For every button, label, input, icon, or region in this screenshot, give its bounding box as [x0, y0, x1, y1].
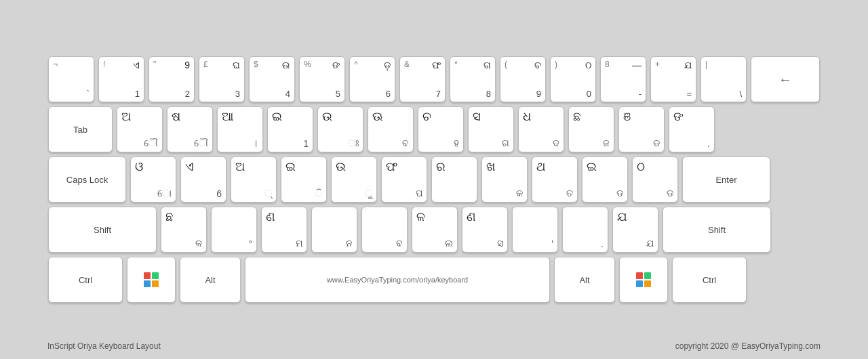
windows-logo-left — [144, 272, 159, 287]
key-quote[interactable]: ଠ ଡ — [632, 156, 678, 203]
key-4[interactable]: $ଉ 4 — [249, 56, 295, 102]
key-semicolon[interactable]: ଇ ଡ — [582, 156, 628, 203]
enter-label: Enter — [715, 175, 736, 185]
keyboard-title: InScript Oriya Keyboard Layout — [47, 341, 161, 351]
key-tab[interactable]: Tab — [48, 106, 113, 152]
key-c[interactable]: ଣ ମ — [261, 207, 307, 253]
key-backspace[interactable]: ← — [751, 56, 820, 102]
key-n[interactable]: ଳ ଲ — [412, 207, 458, 253]
key-p[interactable]: ଛ ଜ — [568, 106, 614, 152]
alt-left-label: Alt — [205, 275, 215, 285]
key-z[interactable]: ଛ ଳ — [161, 207, 207, 253]
key-f[interactable]: ଇ ି — [281, 156, 327, 203]
key-5[interactable]: %ଙ 5 — [299, 56, 345, 102]
key-u[interactable]: ଚ ହ — [418, 106, 464, 152]
key-equals[interactable]: +ଯ = — [650, 56, 696, 102]
row-shift: Shift ଛ ଳ ° ଣ ମ ନ — [48, 207, 820, 253]
ctrl-left-label: Ctrl — [79, 275, 92, 285]
key-backslash[interactable]: | \ — [701, 56, 747, 102]
key-2[interactable]: "9 2 — [149, 56, 195, 102]
row-asdf: Caps Lock ଓ ୋ ଏ 6 ଅ ୍ ଇ ି — [48, 156, 820, 203]
key-y[interactable]: ଊ ବ — [368, 106, 414, 152]
key-s[interactable]: ଏ 6 — [180, 156, 226, 203]
tab-label: Tab — [73, 125, 87, 135]
key-bracket-right[interactable]: ଙ . — [669, 106, 715, 152]
key-6[interactable]: ^ଡ଼ 6 — [349, 56, 395, 102]
key-b[interactable]: ବ — [361, 207, 408, 253]
key-ctrl-left[interactable]: Ctrl — [48, 257, 123, 303]
caps-lock-label: Caps Lock — [66, 175, 108, 185]
ctrl-right-label: Ctrl — [703, 275, 716, 285]
key-alt-right[interactable]: Alt — [554, 257, 615, 303]
key-ctrl-right[interactable]: Ctrl — [672, 257, 747, 303]
key-g[interactable]: ଉ ୁ — [331, 156, 377, 203]
key-w[interactable]: ଷ ୌ — [167, 106, 213, 152]
key-3[interactable]: £ଘ 3 — [199, 56, 245, 102]
key-period[interactable]: . — [562, 207, 608, 253]
key-9[interactable]: (ଚ 9 — [500, 56, 546, 102]
key-o[interactable]: ଧ ଦ — [518, 106, 564, 152]
key-r[interactable]: ଇ 1 — [267, 106, 313, 152]
key-backtick[interactable]: ¬ ` — [48, 56, 94, 102]
windows-logo-right — [636, 272, 651, 287]
key-7[interactable]: &ଫ 7 — [399, 56, 446, 102]
copyright-text: copyright 2020 @ EasyOriyaTyping.com — [675, 341, 821, 351]
key-caps-lock[interactable]: Caps Lock — [48, 156, 126, 203]
key-enter[interactable]: Enter — [682, 156, 770, 203]
key-q[interactable]: ଅ ୌ — [117, 106, 163, 152]
key-e[interactable]: ଆ । — [217, 106, 263, 152]
key-i[interactable]: ସ ଗ — [468, 106, 514, 152]
key-0[interactable]: )ଠ 0 — [550, 56, 596, 102]
key-a[interactable]: ଓ ୋ — [130, 156, 176, 203]
key-d[interactable]: ଅ ୍ — [231, 156, 277, 203]
key-8[interactable]: *ଗ 8 — [450, 56, 496, 102]
backspace-icon: ← — [778, 72, 792, 87]
key-alt-left[interactable]: Alt — [180, 257, 241, 303]
alt-right-label: Alt — [579, 275, 589, 285]
key-l[interactable]: ଥ ତ — [532, 156, 578, 203]
shift-right-label: Shift — [708, 225, 726, 235]
row-bottom: Ctrl Alt www.EasyOriyaTyping.com/oriya/k… — [48, 257, 820, 303]
key-m[interactable]: ଣ ସ — [462, 207, 508, 253]
key-v[interactable]: ନ — [311, 207, 357, 253]
space-bar-label: www.EasyOriyaTyping.com/oriya/keyboard — [327, 276, 468, 284]
key-comma[interactable]: ' — [512, 207, 558, 253]
key-h[interactable]: ଫ ପ — [381, 156, 427, 203]
key-win-left[interactable] — [127, 257, 176, 303]
key-space[interactable]: www.EasyOriyaTyping.com/oriya/keyboard — [245, 257, 550, 303]
keyboard-container: ¬ ` !ଏ 1 "9 2 £ଘ 3 $ — [35, 43, 833, 316]
key-shift-right[interactable]: Shift — [663, 207, 771, 253]
key-slash[interactable]: ଯ ଯ — [612, 207, 658, 253]
key-k[interactable]: ଖ କ — [481, 156, 528, 203]
key-shift-left[interactable]: Shift — [48, 207, 157, 253]
key-win-right[interactable] — [619, 257, 668, 303]
key-t[interactable]: ଉ ଃ — [317, 106, 363, 152]
key-bracket-left[interactable]: ଞ ଡ — [618, 106, 665, 152]
row-qwerty: Tab ଅ ୌ ଷ ୌ ଆ । ଇ 1 — [48, 106, 820, 152]
key-1[interactable]: !ଏ 1 — [98, 56, 144, 102]
key-minus[interactable]: 8— - — [600, 56, 646, 102]
key-x[interactable]: ° — [211, 207, 257, 253]
shift-left-label: Shift — [94, 225, 111, 235]
row-numbers: ¬ ` !ଏ 1 "9 2 £ଘ 3 $ — [48, 56, 820, 102]
key-j[interactable]: ର — [431, 156, 477, 203]
